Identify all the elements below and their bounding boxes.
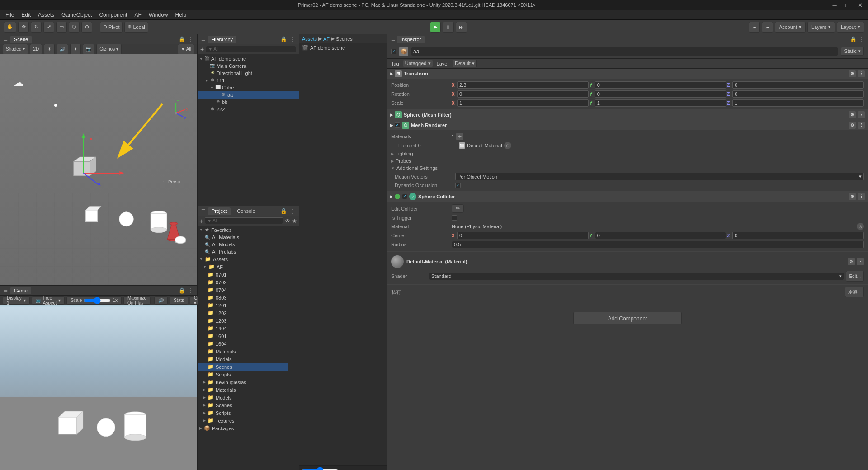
proj-0702[interactable]: 📁 0702 (198, 278, 288, 286)
proj-0803[interactable]: 📁 0803 (198, 294, 288, 301)
proj-af-scripts[interactable]: 📁 Scripts (198, 371, 288, 378)
minimize-btn[interactable]: ─ (830, 2, 839, 9)
audio-game-btn[interactable]: 🔊 (154, 296, 168, 305)
custom-tool[interactable]: ⊕ (81, 22, 92, 33)
scale-dropdown[interactable]: Scale 1x (66, 296, 122, 305)
fx-btn[interactable]: ✦ (70, 44, 81, 55)
collab-btn[interactable]: ☁ (749, 22, 760, 33)
menu-edit[interactable]: Edit (18, 11, 34, 19)
gizmos-btn[interactable]: Gizmos ▾ (96, 44, 122, 55)
mesh-filter-header[interactable]: ▶ ⬡ Sphere (Mesh Filter) ⚙ ⋮ (387, 110, 868, 120)
edit-collider-btn[interactable]: ✏ (452, 204, 464, 213)
local-btn[interactable]: ⊛ Local (124, 22, 148, 33)
rot-y-field[interactable]: 0 (595, 90, 726, 98)
proj-assets[interactable]: ▼ 📁 Assets (198, 255, 288, 263)
stats-btn[interactable]: Stats (170, 296, 188, 305)
scene-tab[interactable]: Scene (10, 36, 32, 43)
2d-btn[interactable]: 2D (30, 44, 42, 55)
scale-tool[interactable]: ⤢ (43, 22, 54, 33)
cen-y-field[interactable]: 0 (595, 232, 726, 239)
af-demo-scene-file[interactable]: 🎬 AF demo scene (299, 43, 387, 52)
sc-mat-link[interactable]: ⊙ (857, 223, 864, 230)
transform-header[interactable]: ▶ ⊞ Transform ⚙ ⋮ (387, 69, 868, 79)
aspect-dropdown[interactable]: 📺 Free Aspect ▾ (32, 296, 65, 305)
hier-dir-light[interactable]: ☀ Directional Light (198, 70, 299, 77)
account-dropdown[interactable]: Account ▾ (775, 22, 806, 33)
insp-lock-icon[interactable]: 🔒 (850, 36, 857, 42)
display-dropdown[interactable]: Display 1 ▾ (3, 296, 30, 305)
game-more-icon[interactable]: ⋮ (188, 287, 193, 294)
tag-dropdown[interactable]: Untagged ▾ (403, 60, 433, 67)
proj-favorites[interactable]: ▼ ★ Favorites (198, 226, 288, 234)
proj-materials-top[interactable]: ▶ 📁 Materials (198, 386, 288, 394)
lighting-btn[interactable]: ☀ (44, 44, 55, 55)
proj-af-models[interactable]: 📁 Models (198, 355, 288, 363)
mat-settings-btn[interactable]: ⚙ (848, 258, 855, 265)
cloud-btn[interactable]: ☁ (762, 22, 773, 33)
hier-222[interactable]: ⊕ 222 (198, 106, 299, 113)
inspector-tab[interactable]: Inspector (397, 36, 425, 43)
do-checkbox[interactable] (455, 183, 461, 188)
transform-tool[interactable]: ⬡ (69, 22, 80, 33)
proj-0701[interactable]: 📁 0701 (198, 271, 288, 278)
hier-main-camera[interactable]: 📷 Main Camera (198, 62, 299, 70)
menu-window[interactable]: Window (145, 11, 172, 19)
transform-settings-btn[interactable]: ⚙ (849, 70, 856, 77)
game-lock-icon[interactable]: 🔒 (179, 287, 185, 294)
mr-more-btn[interactable]: ⋮ (858, 122, 865, 129)
pivot-btn[interactable]: ⊙ Pivot (100, 22, 123, 33)
scl-y-field[interactable]: 1 (595, 99, 726, 107)
proj-search[interactable]: ▼ All (205, 217, 283, 224)
mr-enable[interactable] (395, 122, 400, 128)
proj-add-btn[interactable]: + (199, 217, 203, 225)
breadcrumb-af[interactable]: AF (323, 36, 330, 42)
mr-settings-btn[interactable]: ⚙ (849, 122, 856, 129)
sc-settings-btn[interactable]: ⚙ (849, 193, 856, 200)
proj-0704[interactable]: 📁 0704 (198, 286, 288, 294)
mat-more-btn[interactable]: ⋮ (857, 258, 864, 265)
proj-packages[interactable]: ▶ 📦 Packages (198, 424, 288, 432)
audio-btn[interactable]: 🔊 (57, 44, 68, 55)
pos-z-field[interactable]: 0 (732, 81, 864, 89)
game-tab[interactable]: Game (10, 287, 31, 294)
proj-kevin[interactable]: ▶ 📁 Kevin Iglesias (198, 378, 288, 386)
mat-plus-btn[interactable]: + (456, 133, 463, 140)
scene-lock-icon[interactable]: 🔒 (179, 36, 185, 42)
play-btn[interactable]: ▶ (430, 22, 441, 33)
pause-btn[interactable]: ⏸ (443, 22, 454, 33)
proj-scripts-top[interactable]: ▶ 📁 Scripts (198, 409, 288, 417)
layers-dropdown[interactable]: Layers ▾ (807, 22, 835, 33)
cen-z-field[interactable]: 0 (732, 232, 864, 239)
proj-more-icon[interactable]: ⋮ (290, 208, 295, 214)
hier-af-demo-scene[interactable]: ▼ 🎬 AF demo scene (198, 55, 299, 62)
object-active-check[interactable] (391, 49, 396, 54)
add-private-btn[interactable]: 添加... (845, 287, 864, 297)
proj-scenes-top[interactable]: ▶ 📁 Scenes (198, 401, 288, 409)
static-btn[interactable]: Static ▾ (841, 47, 864, 56)
mesh-renderer-header[interactable]: ▶ ⬡ Mesh Renderer ⚙ ⋮ (387, 120, 868, 130)
sphere-collider-header[interactable]: ▶ ○ Sphere Collider ⚙ ⋮ (387, 192, 868, 202)
mv-dropdown[interactable]: Per Object Motion ▾ (455, 173, 864, 180)
sc-more-btn[interactable]: ⋮ (858, 193, 865, 200)
proj-star-btn[interactable]: ★ (292, 218, 297, 224)
additional-settings-header[interactable]: ▼ Additional Settings (387, 164, 868, 172)
menu-gameobject[interactable]: GameObject (58, 11, 95, 19)
maximize-btn[interactable]: Maximize On Play (123, 296, 151, 305)
proj-textures-top[interactable]: ▶ 📁 Textures (198, 417, 288, 424)
project-tab[interactable]: Project (208, 207, 231, 215)
menu-help[interactable]: Help (171, 11, 190, 19)
element0-link[interactable]: ⊙ (504, 142, 511, 149)
proj-1201[interactable]: 📁 1201 (198, 301, 288, 309)
proj-1604[interactable]: 📁 1604 (198, 340, 288, 348)
proj-eye-btn[interactable]: 👁 (285, 218, 290, 224)
breadcrumb-assets[interactable]: Assets (302, 36, 317, 42)
insp-more-icon[interactable]: ⋮ (859, 36, 864, 42)
hier-cube[interactable]: ▼ ⬜ Cube (198, 84, 299, 91)
cen-x-field[interactable]: 0 (457, 232, 589, 239)
game-view[interactable] (0, 306, 197, 470)
edit-shader-btn[interactable]: Edit... (846, 271, 864, 282)
proj-all-prefabs[interactable]: 🔍 All Prefabs (198, 248, 288, 255)
file-size-slider[interactable] (302, 468, 338, 470)
hier-111[interactable]: ▼ ⊕ 111 (198, 77, 299, 84)
rot-z-field[interactable]: 0 (732, 90, 864, 98)
